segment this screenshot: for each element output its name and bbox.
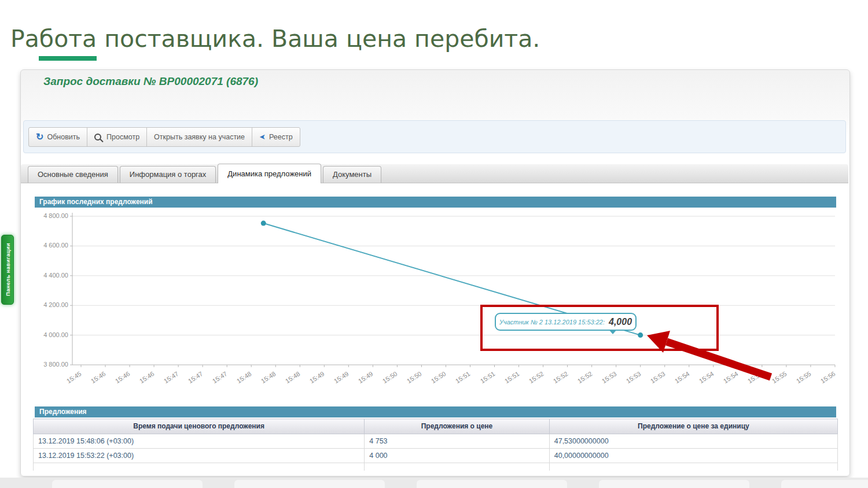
offers-table: Время подачи ценового предложения Предло… [33,419,838,471]
navigation-panel-tab[interactable]: Панель навигации [1,235,14,305]
toolbar: ↻ Обновить Просмотр Открыть заявку на уч… [23,120,846,153]
registry-button-label: Реестр [269,133,293,141]
slide-title: Работа поставщика. Ваша цена перебита. [10,25,540,52]
strip-block [417,480,567,488]
table-row[interactable]: 13.12.2019 15:53:22 (+03:00)4 00040,0000… [33,449,838,463]
tab-trading-info[interactable]: Информация о торгах [120,166,216,183]
preview-button[interactable]: Просмотр [87,127,147,147]
tab-bid-dynamics[interactable]: Динамика предложений [218,164,321,183]
y-axis-label: 4 200.00 [29,301,68,308]
strip-block [234,480,385,488]
table-filler-row [33,463,838,471]
preview-button-label: Просмотр [106,133,139,141]
tab-bar: Основные сведения Информация о торгах Ди… [21,164,848,183]
column-header-time: Время подачи ценового предложения [34,419,365,434]
open-bid-button[interactable]: Открыть заявку на участие [146,127,252,147]
strip-block [781,480,868,488]
y-axis-label: 3 800.00 [29,361,68,368]
column-header-price: Предложения о цене [365,419,549,434]
table-cell: 13.12.2019 15:53:22 (+03:00) [34,449,365,463]
annotation-highlight-box [480,305,719,351]
y-axis-label: 4 000.00 [29,331,68,338]
open-bid-button-label: Открыть заявку на участие [154,133,245,141]
chart-section-header: График последних предложений [35,197,836,208]
strip-block [52,480,203,488]
magnifier-icon [94,134,101,141]
y-axis-label: 4 600.00 [29,242,68,249]
offers-section-header: Предложения [35,406,836,417]
refresh-icon: ↻ [36,133,43,141]
offers-table-body: 13.12.2019 15:48:06 (+03:00)4 75347,5300… [33,434,838,463]
column-header-unit-price: Предложение о цене за единицу [550,419,837,434]
offers-table-header-row: Время подачи ценового предложения Предло… [33,419,838,434]
tab-documents[interactable]: Документы [323,166,381,183]
y-axis-label: 4 400.00 [29,272,68,279]
y-axis-label: 4 800.00 [29,212,68,219]
refresh-button[interactable]: ↻ Обновить [28,127,87,147]
table-cell: 47,53000000000 [550,434,837,448]
strip-block [599,480,749,488]
registry-arrow-icon: ➤ [259,132,266,141]
page-heading: Запрос доставки № ВР00002071 (6876) [43,75,258,88]
table-row[interactable]: 13.12.2019 15:48:06 (+03:00)4 75347,5300… [33,434,838,449]
tab-general-info[interactable]: Основные сведения [28,166,118,183]
refresh-button-label: Обновить [47,133,80,141]
registry-button[interactable]: ➤ Реестр [252,127,300,147]
table-cell: 40,00000000000 [550,449,837,463]
title-underline-bar [39,56,97,61]
table-cell: 13.12.2019 15:48:06 (+03:00) [34,434,365,448]
table-cell: 4 000 [365,449,549,463]
table-cell: 4 753 [365,434,549,448]
